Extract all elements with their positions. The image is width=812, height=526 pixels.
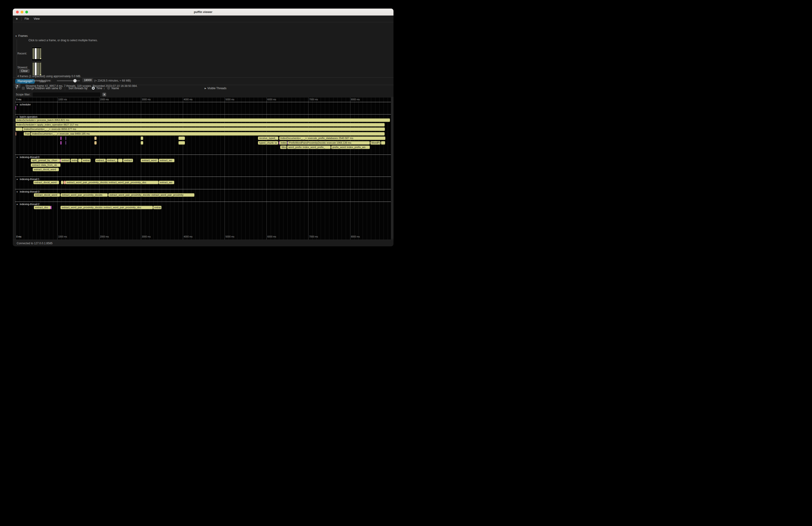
- scope-bar[interactable]: [141, 141, 143, 145]
- scope-bar[interactable]: [381, 141, 385, 145]
- scope-filter-label: Scope filter:: [16, 93, 30, 96]
- scope-bar[interactable]: [141, 136, 143, 140]
- collapse-triangle-icon: ▼: [16, 203, 18, 206]
- frame-bar[interactable]: [32, 48, 34, 59]
- scope-bar[interactable]: Word: [280, 146, 287, 149]
- scope-bar[interactable]: extra: [71, 159, 78, 162]
- scope-bar[interactable]: [16, 132, 16, 135]
- scope-bar[interactable]: [60, 141, 61, 145]
- thread-header-indexing-thread:1[interactable]: ▼ indexing-thread:1: [16, 178, 39, 180]
- scope-bar[interactable]: [94, 136, 97, 140]
- indent-guide: [17, 39, 17, 91]
- clear-button[interactable]: Clear: [19, 69, 30, 73]
- max-frames-note: (≈ 23428.5 minutes, ≈ 68 MB): [94, 79, 131, 82]
- scope-bar[interactable]: split_grenad_by_chun: [31, 159, 60, 162]
- scope-bar[interactable]: IndexDocuments<_, _>::execute_prefix_dat…: [279, 136, 386, 140]
- frames-section-header[interactable]: ▼Frames: [15, 34, 28, 38]
- scope-bar[interactable]: word_prefix::index_word_prefix_: [287, 146, 331, 149]
- scope-bar[interactable]: [16, 106, 16, 109]
- frames-summary: 4 frames (1 unpacked) using approximatel…: [17, 75, 81, 78]
- theme-toggle-icon[interactable]: ✳: [16, 17, 18, 20]
- scope-bar[interactable]: extract::data_from_ob: [31, 163, 60, 167]
- thread-header-indexing-thread:0[interactable]: ▼ indexing-thread:0: [16, 156, 39, 159]
- scope-bar[interactable]: receive_typed_: [258, 136, 278, 140]
- slowest-frames-thumbnail[interactable]: [31, 62, 42, 76]
- scope-bar[interactable]: extract_: [95, 159, 106, 162]
- scope-bar[interactable]: extract_docid_word: [33, 168, 59, 171]
- scope-bar[interactable]: [178, 136, 185, 140]
- scope-bar[interactable]: [178, 141, 185, 145]
- visible-threads-header[interactable]: ▶ Visible Threads: [205, 87, 227, 90]
- menu-file[interactable]: File: [25, 17, 29, 20]
- max-frames-value[interactable]: 18000: [82, 78, 93, 82]
- scope-bar[interactable]: extract_wo: [159, 181, 174, 184]
- thread-header-batch-operation[interactable]: ▼ batch-operation: [16, 115, 38, 118]
- scope-bar[interactable]: [118, 159, 123, 162]
- max-frames-slider-handle[interactable]: [73, 79, 77, 83]
- scope-bar[interactable]: extract_: [106, 159, 117, 162]
- scope-bar[interactable]: [16, 128, 23, 131]
- scope-bar[interactable]: Trans: [24, 132, 31, 135]
- scope-bar[interactable]: extrac: [82, 159, 91, 162]
- scope-bar[interactable]: extract_word_pair_proximity_docids::extr…: [66, 181, 159, 184]
- frame-bar[interactable]: [37, 48, 39, 59]
- merge-children-label[interactable]: Merge children with same ID: [26, 87, 62, 90]
- collapse-triangle-icon: ▼: [15, 35, 17, 37]
- thread-header-indexing-thread:3[interactable]: ▼ indexing-thread:3: [16, 190, 39, 193]
- frame-bar[interactable]: [39, 48, 41, 59]
- minimize-button[interactable]: [20, 11, 24, 13]
- scope-bar[interactable]: [50, 206, 51, 209]
- thread-header-scheduler[interactable]: ▼ scheduler: [16, 103, 31, 106]
- scope-bar[interactable]: [63, 181, 66, 184]
- recent-frames-thumbnail[interactable]: [31, 47, 42, 61]
- thread-header-indexing-thread:2[interactable]: ▼ indexing-thread:2: [16, 203, 39, 206]
- scope-filter-input[interactable]: [33, 92, 100, 97]
- frame-bar[interactable]: [32, 62, 34, 75]
- scope-bar[interactable]: extract_wo: [159, 159, 175, 162]
- scope-bar[interactable]: [66, 141, 66, 145]
- scope-bar[interactable]: [60, 136, 61, 140]
- sort-radio-group: Time↓Name: [89, 87, 119, 90]
- scope-bar[interactable]: extract_docid_word: [34, 193, 60, 197]
- scope-bar[interactable]: extract_doc: [34, 206, 50, 209]
- scope-bar[interactable]: WordPr: [370, 141, 381, 145]
- help-button[interactable]: ?: [16, 87, 17, 90]
- scope-bar[interactable]: extract_word: [141, 159, 158, 162]
- sort-radio-label[interactable]: Name: [112, 87, 119, 90]
- clear-filter-button[interactable]: x: [102, 93, 106, 97]
- zoom-button[interactable]: [25, 11, 28, 13]
- scope-bar[interactable]: extract_word_pair_proximity_docids: [60, 193, 108, 197]
- scope-bar[interactable]: prefix_word::index_prefix_wo: [331, 146, 369, 149]
- frame-bar[interactable]: [37, 62, 39, 75]
- scope-bar[interactable]: extract_word_pair_proximity_docids::extr…: [108, 193, 194, 197]
- axis-tick-label: 8000 ms: [351, 98, 360, 101]
- scope-bar[interactable]: [66, 136, 66, 140]
- menu-view[interactable]: View: [33, 17, 40, 20]
- visible-threads-label: Visible Threads: [207, 87, 227, 90]
- scope-bar[interactable]: PrefixWordPairsProximityDocids::execute …: [288, 141, 370, 145]
- frame-bar[interactable]: [35, 48, 37, 59]
- sort-radio-time[interactable]: [92, 87, 95, 90]
- scope-bar[interactable]: IndexDocuments<_, _>::execute 8656.677 m…: [23, 128, 385, 131]
- scope-bar[interactable]: IndexScheduler>::process_batch 8953.821 …: [16, 118, 390, 122]
- scope-bar[interactable]: extrac: [153, 206, 161, 209]
- scope-bar[interactable]: extract_word_pair_proximity_docids::extr…: [60, 206, 153, 209]
- scope-bar[interactable]: extract: [123, 159, 133, 162]
- scope-bar[interactable]: extract: [60, 159, 70, 162]
- frame-bar[interactable]: [35, 62, 37, 75]
- section-separator: [15, 102, 391, 102]
- scope-bar[interactable]: [61, 181, 63, 184]
- scope-bar[interactable]: IndexScheduler>::apply_index_operation 8…: [16, 123, 385, 127]
- merge-children-checkbox[interactable]: [22, 87, 25, 90]
- scope-bar[interactable]: [78, 159, 82, 162]
- scope-bar[interactable]: index: [279, 141, 287, 145]
- scope-bar[interactable]: [94, 141, 97, 145]
- close-button[interactable]: [16, 11, 19, 13]
- sort-radio-name[interactable]: [107, 87, 110, 90]
- scope-bar[interactable]: extract_docid_word: [33, 181, 59, 184]
- flamegraph-canvas[interactable]: 0 ms0 ms1000 ms1000 ms2000 ms2000 ms3000…: [15, 98, 391, 239]
- scope-bar[interactable]: typed_chunk::w: [258, 141, 278, 145]
- sort-radio-label[interactable]: Time: [96, 87, 102, 90]
- frame-bar[interactable]: [39, 62, 41, 75]
- scope-bar[interactable]: IndexDocuments<_, _>::execute_raw 8459.1…: [31, 132, 385, 135]
